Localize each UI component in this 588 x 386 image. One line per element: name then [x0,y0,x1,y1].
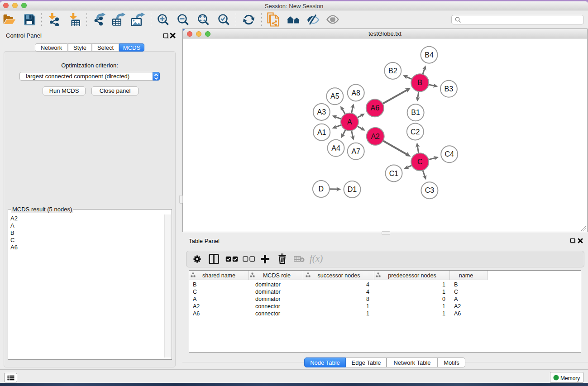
svg-text:A5: A5 [330,92,339,100]
svg-text:B: B [417,79,422,86]
svg-text:B2: B2 [388,67,397,75]
svg-text:D1: D1 [348,186,357,193]
svg-text:C: C [417,158,423,166]
svg-text:A: A [347,118,352,126]
svg-text:A1: A1 [317,129,326,136]
svg-text:B3: B3 [445,85,454,93]
svg-text:A8: A8 [351,89,360,97]
svg-text:A6: A6 [371,104,380,112]
svg-text:B4: B4 [425,51,434,59]
svg-text:B1: B1 [411,109,420,116]
svg-text:A4: A4 [331,144,340,152]
svg-text:A3: A3 [317,108,326,116]
svg-text:C4: C4 [445,150,454,158]
svg-text:C3: C3 [425,186,435,194]
svg-text:A7: A7 [351,148,360,155]
svg-text:C2: C2 [411,128,420,136]
svg-text:C1: C1 [389,170,399,177]
svg-text:D: D [319,185,324,193]
svg-text:A2: A2 [371,133,380,140]
